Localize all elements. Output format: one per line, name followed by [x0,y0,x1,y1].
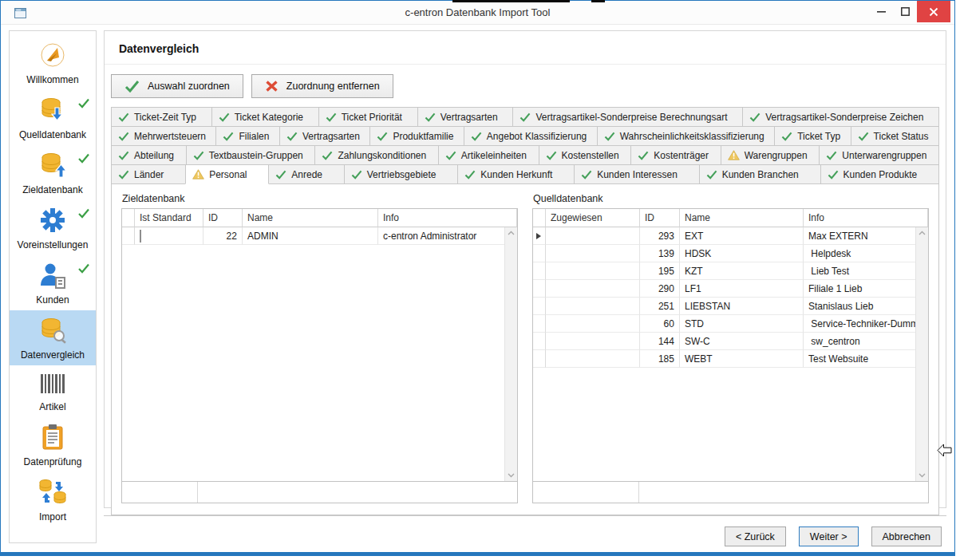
tab-produktfamilie[interactable]: Produktfamilie [369,126,464,146]
cancel-button[interactable]: Abbrechen [871,526,942,546]
tab-anrede[interactable]: Anrede [268,164,344,184]
cell-name: LIEBSTAN [680,298,804,315]
check-icon [706,170,717,179]
table-row[interactable]: 185WEBTTest Websuite [533,350,928,368]
table-row[interactable]: 139HDSK Helpdesk [533,245,928,262]
sidebar-item-zieldatenbank[interactable]: Zieldatenbank [10,145,96,200]
tab-label: Kunden Branchen [722,169,799,180]
tab-abteilung[interactable]: Abteilung [111,145,187,165]
tab-vertragsarten[interactable]: Vertragsarten [279,126,370,146]
tab-unterwarengruppen[interactable]: Unterwarengruppen [819,145,939,165]
source-table-scrollbar[interactable] [915,227,928,481]
sidebar-item-import[interactable]: Import [10,472,96,527]
sidebar-item-willkommen[interactable]: Willkommen [10,35,96,90]
tab-angebot-klassifizierung[interactable]: Angebot Klassifizierung [464,126,598,146]
cell-id: 22 [203,227,243,245]
footer-cell[interactable] [533,482,639,503]
tab-mehrwertsteuern[interactable]: Mehrwertsteuern [111,126,216,146]
column-header-zugewiesen[interactable]: Zugewiesen [546,209,640,227]
table-row[interactable]: 22ADMINc-entron Administrator [122,227,517,245]
is-standard-checkbox[interactable] [140,230,141,243]
datenvergleich-panel: Datenvergleich Auswahl zuordnen Zuordnun… [104,30,946,508]
tab-label: Angebot Klassifizierung [487,131,587,142]
footer-cell[interactable] [198,482,517,503]
table-row[interactable]: 290LF1Filiale 1 Lieb [533,280,928,298]
column-header-ist-standard[interactable]: Ist Standard [135,209,203,227]
target-table: Ist StandardIDNameInfo22ADMINc-entron Ad… [121,208,518,482]
column-header-id[interactable]: ID [640,209,680,227]
minimize-button[interactable] [869,1,893,22]
tab-artikeleinheiten[interactable]: Artikeleinheiten [438,145,539,165]
close-icon [929,7,938,17]
sidebar-item-datenvergleich[interactable]: Datenvergleich [10,310,96,365]
tab-kunden-interessen[interactable]: Kunden Interessen [574,164,700,184]
tab-ticket-status[interactable]: Ticket Status [851,126,939,146]
row-indicator [533,245,546,262]
tab-zahlungskonditionen[interactable]: Zahlungskonditionen [314,145,438,165]
table-row[interactable]: 251LIEBSTANStanislaus Lieb [533,298,928,315]
table-row[interactable]: 195KZT Lieb Test [533,262,928,280]
tab-länder[interactable]: Länder [111,164,186,184]
check-icon [351,170,362,179]
toolbar: Auswahl zuordnen Zuordnung entfernen [105,65,946,107]
tab-ticket-kategorie[interactable]: Ticket Kategorie [211,107,319,127]
tab-ticket-zeit-typ[interactable]: Ticket-Zeit Typ [111,107,212,127]
back-button[interactable]: < Zurück [725,526,786,546]
tab-ticket-typ[interactable]: Ticket Typ [774,126,851,146]
table-row[interactable]: 293EXTMax EXTERN [533,227,928,245]
customers-icon [38,262,67,292]
tab-textbaustein-gruppen[interactable]: Textbaustein-Gruppen [186,145,316,165]
target-table-scrollbar[interactable] [504,227,517,481]
tab-vertragsarten[interactable]: Vertragsarten [417,107,514,127]
sidebar-item-label: Quelldatenbank [19,129,86,140]
tab-kunden-branchen[interactable]: Kunden Branchen [699,164,821,184]
column-header-id[interactable]: ID [203,209,243,227]
row-indicator [533,315,546,333]
footer-cell[interactable] [122,482,198,503]
tab-label: Textbaustein-Gruppen [209,150,303,161]
close-button[interactable] [917,1,950,22]
column-header-info[interactable]: Info [378,209,517,227]
sidebar-item-kunden[interactable]: Kunden [10,255,96,310]
sidebar-item-label: Zieldatenbank [22,184,82,195]
cell-name: LF1 [680,280,804,298]
footer-cell[interactable] [639,482,928,503]
sidebar-item-artikel[interactable]: Artikel [10,365,96,417]
tab-label: Kostenträger [654,150,709,161]
column-header-name[interactable]: Name [680,209,804,227]
check-icon [118,132,129,141]
tab-vertragsartikel-sonderpreise-berechnungsart[interactable]: Vertragsartikel-Sonderpreise Berechnungs… [512,107,743,127]
next-button[interactable]: Weiter > [799,526,859,546]
check-icon [118,112,129,122]
tab-warengruppen[interactable]: Warengruppen [721,145,820,165]
sidebar-item-datenprüfung[interactable]: Datenprüfung [10,417,96,472]
tab-label: Vertragsarten [440,112,498,123]
table-row[interactable]: 60STD Service-Techniker-Dummy [533,315,928,333]
column-header-name[interactable]: Name [243,209,378,227]
tab-personal[interactable]: Personal [185,164,269,184]
tab-vertriebsgebiete[interactable]: Vertriebsgebiete [344,164,459,184]
tab-kostenträger[interactable]: Kostenträger [630,145,721,165]
remove-assignment-button[interactable]: Zuordnung entfernen [251,74,393,98]
target-table-section: Zieldatenbank Ist StandardIDNameInfo22AD… [121,189,518,510]
tab-kunden-produkte[interactable]: Kunden Produkte [820,164,940,184]
tab-kostenstellen[interactable]: Kostenstellen [539,145,632,165]
table-row[interactable]: 144SW-C sw_centron [533,333,928,350]
sidebar-item-label: Import [39,511,66,523]
column-header-info[interactable]: Info [804,209,928,227]
assign-selection-button[interactable]: Auswahl zuordnen [111,74,243,98]
row-indicator [533,227,546,245]
tab-ticket-priorität[interactable]: Ticket Priorität [318,107,418,127]
check-icon [286,132,298,141]
cell-zugewiesen [546,262,640,280]
tab-kunden-herkunft[interactable]: Kunden Herkunft [457,164,575,184]
sidebar-item-voreinstellungen[interactable]: Voreinstellungen [10,200,96,255]
sidebar-item-quelldatenbank[interactable]: Quelldatenbank [10,90,96,145]
cell-id: 195 [640,262,680,280]
tab-vertragsartikel-sonderpreise-zeichen[interactable]: Vertragsartikel-Sonderpreise Zeichen [742,107,939,127]
titlebar[interactable]: c-entron Datenbank Import Tool [1,1,954,25]
maximize-button[interactable] [893,1,917,22]
column-header-row: ZugewiesenIDNameInfo [533,209,928,227]
tab-wahrscheinlichkeitsklassifizierung[interactable]: Wahrscheinlichkeitsklassifizierung [597,126,775,146]
tab-filialen[interactable]: Filialen [215,126,279,146]
